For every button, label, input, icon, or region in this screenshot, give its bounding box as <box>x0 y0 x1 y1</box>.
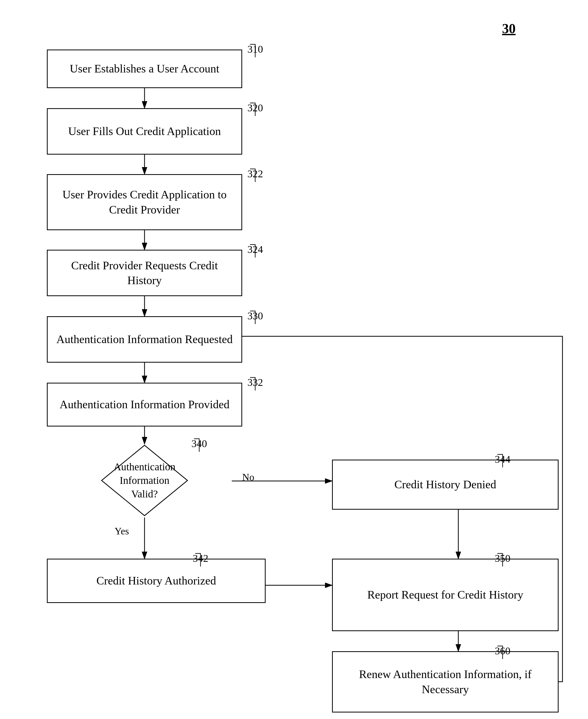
figure-label: 30 <box>502 21 516 36</box>
step-label-344: 344 <box>495 453 510 465</box>
step-310: User Establishes a User Account <box>47 49 242 88</box>
yes-label: Yes <box>114 525 129 537</box>
step-322: User Provides Credit Application to Cred… <box>47 174 242 230</box>
step-label-332: 332 <box>247 376 263 388</box>
step-340: Authentication Information Valid? <box>100 444 189 517</box>
step-332: Authentication Information Provided <box>47 383 242 426</box>
step-label-330: 330 <box>247 310 263 322</box>
step-label-360: 360 <box>495 645 510 657</box>
no-label: No <box>242 471 254 483</box>
step-350: Report Request for Credit History <box>332 559 559 631</box>
step-324: Credit Provider Requests Credit History <box>47 250 242 296</box>
step-label-324: 324 <box>247 243 263 256</box>
step-label-342: 342 <box>193 552 208 564</box>
step-344: Credit History Denied <box>332 460 559 510</box>
step-320: User Fills Out Credit Application <box>47 108 242 155</box>
step-342: Credit History Authorized <box>47 559 266 603</box>
step-label-320: 320 <box>247 102 263 114</box>
step-360: Renew Authentication Information, if Nec… <box>332 651 559 713</box>
step-label-350: 350 <box>495 552 510 564</box>
step-label-322: 322 <box>247 167 263 180</box>
diagram-container: 30 User Establis <box>21 16 568 706</box>
step-330: Authentication Information Requested <box>47 316 242 363</box>
step-label-310: 310 <box>247 43 263 55</box>
step-label-340: 340 <box>191 437 207 450</box>
